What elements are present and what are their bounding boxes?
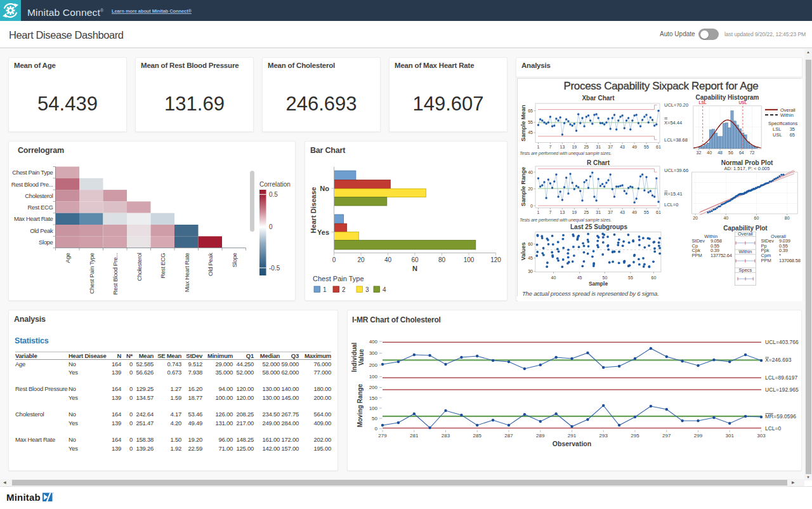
svg-text:60: 60 — [411, 256, 419, 263]
svg-text:AD: 1.517, P: < 0.005: AD: 1.517, P: < 0.005 — [724, 166, 770, 171]
svg-text:2: 2 — [342, 286, 346, 293]
svg-text:60: 60 — [754, 216, 759, 220]
svg-text:Chest Pain Type: Chest Pain Type — [12, 169, 53, 176]
svg-text:1: 1 — [323, 286, 327, 293]
svg-text:48: 48 — [717, 150, 723, 155]
svg-text:Process Capability Sixpack Rep: Process Capability Sixpack Report for Ag… — [563, 80, 758, 92]
svg-text:32: 32 — [697, 150, 702, 155]
svg-text:UCL=403.766: UCL=403.766 — [765, 339, 799, 345]
svg-text:64: 64 — [739, 150, 744, 155]
svg-text:31: 31 — [596, 210, 601, 215]
svg-text:19: 19 — [572, 145, 577, 149]
svg-text:20: 20 — [357, 256, 365, 263]
svg-text:61: 61 — [656, 210, 661, 215]
svg-text:137752.64: 137752.64 — [710, 253, 732, 258]
svg-text:No: No — [320, 185, 329, 192]
svg-text:0: 0 — [375, 426, 378, 432]
svg-text:283: 283 — [442, 433, 450, 439]
svg-text:299: 299 — [694, 433, 703, 439]
svg-text:37: 37 — [608, 210, 613, 215]
svg-text:13: 13 — [560, 210, 565, 215]
svg-text:293: 293 — [599, 433, 608, 439]
svg-text:56: 56 — [728, 150, 733, 155]
svg-text:USL: USL — [773, 132, 782, 138]
svg-text:Slope: Slope — [231, 253, 238, 268]
svg-text:50: 50 — [603, 275, 608, 280]
svg-text:Rest Blood Pre...: Rest Blood Pre... — [11, 181, 53, 188]
svg-text:200: 200 — [369, 385, 378, 390]
svg-text:R=15.41: R=15.41 — [664, 191, 683, 197]
svg-text:65: 65 — [528, 109, 533, 113]
svg-text:19: 19 — [572, 210, 577, 215]
svg-text:60: 60 — [652, 275, 657, 280]
svg-text:279: 279 — [378, 433, 387, 439]
svg-text:150: 150 — [369, 395, 378, 401]
svg-text:Value: Value — [358, 349, 365, 366]
svg-text:Max Heart Rate: Max Heart Rate — [14, 215, 53, 222]
svg-text:Yes: Yes — [317, 228, 329, 236]
svg-text:55: 55 — [644, 210, 649, 215]
svg-text:4: 4 — [383, 286, 386, 293]
svg-text:20: 20 — [528, 187, 533, 191]
svg-text:120: 120 — [490, 256, 501, 263]
svg-text:X=246.693: X=246.693 — [765, 357, 792, 363]
svg-text:45: 45 — [528, 256, 533, 260]
svg-text:Cholesterol: Cholesterol — [25, 192, 53, 199]
svg-text:Max Heart Rate: Max Heart Rate — [183, 253, 190, 293]
svg-text:301: 301 — [726, 433, 735, 439]
svg-text:Specifications: Specifications — [768, 121, 798, 126]
svg-text:400: 400 — [369, 339, 378, 345]
svg-text:Last 25 Subgroups: Last 25 Subgroups — [570, 223, 627, 230]
svg-text:0: 0 — [530, 204, 533, 208]
svg-text:300: 300 — [369, 350, 378, 356]
svg-text:49: 49 — [632, 145, 637, 149]
svg-text:65: 65 — [790, 132, 795, 138]
svg-text:40: 40 — [707, 150, 712, 155]
svg-text:Capability Plot: Capability Plot — [723, 225, 768, 232]
svg-text:40: 40 — [723, 216, 728, 220]
svg-text:N: N — [412, 265, 417, 272]
svg-text:Cholesterol: Cholesterol — [136, 253, 143, 281]
svg-text:80: 80 — [785, 216, 790, 220]
svg-text:1: 1 — [537, 210, 540, 215]
svg-text:Overall: Overall — [738, 231, 753, 237]
svg-text:Capability Histogram: Capability Histogram — [695, 94, 759, 101]
svg-text:Old Peak: Old Peak — [30, 227, 53, 234]
svg-text:297: 297 — [662, 433, 671, 439]
svg-text:PPM: PPM — [692, 253, 702, 258]
svg-text:0: 0 — [332, 256, 336, 263]
svg-text:Rest ECG: Rest ECG — [28, 204, 53, 211]
svg-text:Old Peak: Old Peak — [207, 253, 214, 276]
svg-text:20: 20 — [693, 216, 698, 220]
svg-text:Sample: Sample — [589, 281, 608, 287]
svg-text:Rest Blood Pre...: Rest Blood Pre... — [112, 253, 119, 295]
svg-text:Xbar Chart: Xbar Chart — [582, 95, 615, 102]
svg-text:Chest Pain Type: Chest Pain Type — [313, 275, 364, 282]
svg-text:285: 285 — [473, 433, 482, 439]
svg-text:50: 50 — [372, 416, 377, 421]
svg-text:289: 289 — [536, 433, 545, 439]
svg-text:LCL=0: LCL=0 — [664, 202, 678, 208]
svg-text:UCL=192.965: UCL=192.965 — [765, 387, 799, 393]
svg-text:1: 1 — [537, 145, 540, 149]
svg-text:45: 45 — [528, 130, 533, 135]
svg-text:295: 295 — [631, 433, 639, 439]
svg-text:Normal Prob Plot: Normal Prob Plot — [721, 159, 773, 166]
svg-text:Within: Within — [738, 249, 752, 255]
svg-text:Tests are performed with unequ: Tests are performed with unequal sample … — [520, 150, 612, 156]
svg-text:Sample Mean: Sample Mean — [520, 105, 527, 142]
svg-text:100: 100 — [369, 374, 378, 380]
svg-text:UCL=70.20: UCL=70.20 — [664, 102, 688, 108]
svg-text:UCL=39.66: UCL=39.66 — [664, 168, 688, 173]
svg-text:Moving Range: Moving Range — [357, 383, 363, 427]
svg-text:30: 30 — [528, 269, 533, 274]
svg-text:3: 3 — [365, 286, 369, 293]
svg-text:Within: Within — [780, 112, 794, 118]
svg-text:37: 37 — [608, 145, 613, 149]
svg-text:55: 55 — [628, 275, 633, 280]
svg-text:Values: Values — [520, 242, 527, 261]
svg-text:25: 25 — [584, 145, 589, 149]
svg-text:MR=59.0596: MR=59.0596 — [765, 413, 796, 420]
svg-text:0.5: 0.5 — [269, 191, 278, 198]
svg-text:Slope: Slope — [39, 239, 53, 246]
